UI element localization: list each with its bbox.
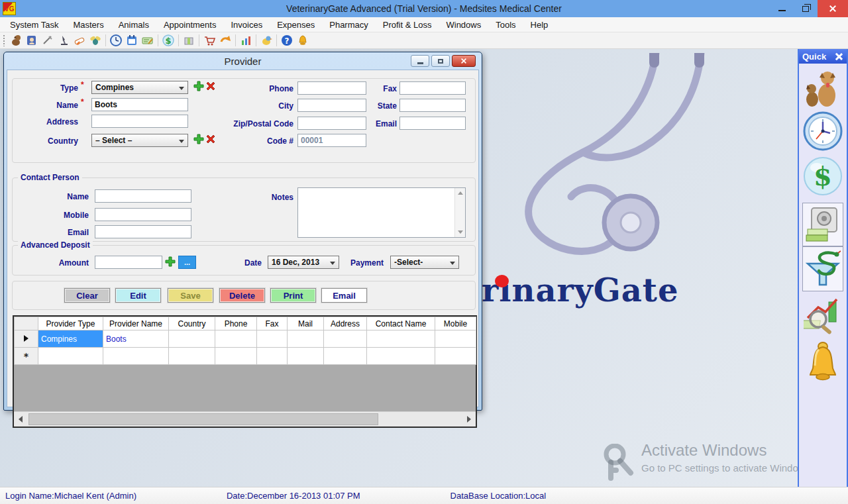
cell-fax[interactable] bbox=[257, 330, 288, 348]
notes-scrollbar[interactable] bbox=[454, 188, 465, 237]
column-fax[interactable]: Fax bbox=[257, 317, 288, 330]
clear-button[interactable]: Clear bbox=[64, 288, 110, 303]
cash-safe-icon[interactable] bbox=[802, 203, 843, 246]
delete-button[interactable]: Delete bbox=[219, 288, 265, 303]
shopping-cart-icon[interactable] bbox=[201, 33, 217, 48]
cell-address[interactable] bbox=[324, 330, 367, 348]
column-contact-name[interactable]: Contact Name bbox=[367, 317, 435, 330]
address-input[interactable] bbox=[91, 115, 188, 128]
cell-contact-name[interactable] bbox=[367, 330, 435, 348]
scroll-left-button[interactable] bbox=[14, 412, 27, 427]
help-icon[interactable]: ? bbox=[279, 33, 295, 48]
name-input[interactable] bbox=[91, 98, 188, 111]
cell-contact-name[interactable] bbox=[367, 348, 435, 365]
clock-icon[interactable] bbox=[803, 111, 843, 151]
menu-windows[interactable]: Windows bbox=[439, 17, 488, 32]
grid-horizontal-scrollbar[interactable] bbox=[14, 411, 476, 427]
clock-icon[interactable] bbox=[108, 33, 124, 48]
cell-phone[interactable] bbox=[215, 348, 257, 365]
package-icon[interactable] bbox=[181, 33, 197, 48]
calendar-icon[interactable] bbox=[124, 33, 140, 48]
menu-profit-loss[interactable]: Profit & Loss bbox=[376, 17, 439, 32]
contact-name-input[interactable] bbox=[95, 189, 191, 203]
quick-panel-close-icon[interactable] bbox=[834, 52, 843, 61]
cell-mail[interactable] bbox=[288, 348, 324, 365]
menu-expenses[interactable]: Expenses bbox=[270, 17, 322, 32]
medicine-capsule-icon[interactable] bbox=[72, 33, 87, 48]
cell-mail[interactable] bbox=[288, 330, 324, 348]
phone-input[interactable] bbox=[297, 81, 366, 95]
menu-pharmacy[interactable]: Pharmacy bbox=[322, 17, 376, 32]
grooming-tool-icon[interactable] bbox=[40, 33, 56, 48]
clients-book-icon[interactable] bbox=[24, 33, 40, 48]
close-button[interactable] bbox=[818, 0, 848, 17]
notes-textarea[interactable] bbox=[297, 187, 466, 238]
edit-button[interactable]: Edit bbox=[115, 288, 161, 303]
column-mobile[interactable]: Mobile bbox=[435, 317, 476, 330]
cell-provider-type[interactable] bbox=[38, 348, 103, 365]
contact-mobile-input[interactable] bbox=[95, 208, 191, 221]
dog-icon[interactable] bbox=[8, 33, 24, 48]
menu-appointments[interactable]: Appointments bbox=[156, 17, 224, 32]
cell-fax[interactable] bbox=[257, 348, 288, 365]
column-provider-type[interactable]: Provider Type bbox=[38, 317, 103, 330]
save-button[interactable]: Save bbox=[168, 288, 213, 303]
column-country[interactable]: Country bbox=[169, 317, 215, 330]
menu-invoices[interactable]: Invoices bbox=[223, 17, 270, 32]
city-input[interactable] bbox=[297, 99, 366, 112]
microscope-icon[interactable] bbox=[56, 33, 72, 48]
contact-email-input[interactable] bbox=[95, 225, 191, 238]
dialog-minimize-button[interactable] bbox=[411, 55, 429, 67]
scroll-right-button[interactable] bbox=[462, 412, 476, 427]
bird-icon[interactable] bbox=[258, 33, 274, 48]
add-amount-icon[interactable] bbox=[165, 256, 176, 267]
cell-provider-type[interactable]: Compines bbox=[38, 330, 103, 348]
cell-country[interactable] bbox=[169, 330, 215, 348]
payment-check-icon[interactable] bbox=[140, 33, 156, 48]
menu-system-task[interactable]: System Task bbox=[3, 17, 66, 32]
cell-mobile[interactable] bbox=[435, 330, 476, 348]
column-mail[interactable]: Mail bbox=[288, 317, 324, 330]
column-address[interactable]: Address bbox=[324, 317, 367, 330]
provider-dialog-titlebar[interactable]: Provider bbox=[5, 52, 481, 70]
restore-button[interactable] bbox=[794, 0, 818, 17]
toolbar-grip[interactable] bbox=[3, 34, 5, 46]
column-phone[interactable]: Phone bbox=[215, 317, 257, 330]
delete-type-icon[interactable] bbox=[205, 81, 216, 91]
scrollbar-thumb[interactable] bbox=[28, 413, 378, 425]
cell-mobile[interactable] bbox=[435, 348, 476, 365]
delete-country-icon[interactable] bbox=[205, 134, 216, 144]
column-provider-name[interactable]: Provider Name bbox=[103, 317, 169, 330]
menu-animals[interactable]: Animals bbox=[111, 17, 156, 32]
pets-icon[interactable] bbox=[804, 69, 841, 109]
add-type-icon[interactable] bbox=[193, 81, 204, 91]
bell-icon[interactable] bbox=[295, 33, 311, 48]
dialog-maximize-button[interactable] bbox=[431, 55, 450, 67]
cell-country[interactable] bbox=[169, 348, 215, 365]
code-input[interactable] bbox=[297, 134, 366, 147]
insect-icon[interactable] bbox=[87, 33, 103, 48]
minimize-button[interactable] bbox=[770, 0, 794, 17]
print-button[interactable]: Print bbox=[270, 288, 316, 303]
email-button[interactable]: Email bbox=[321, 288, 367, 303]
reports-search-icon[interactable] bbox=[804, 295, 842, 335]
menu-help[interactable]: Help bbox=[523, 17, 556, 32]
pharmacy-icon[interactable] bbox=[802, 246, 843, 291]
country-dropdown[interactable]: – Select – bbox=[91, 134, 188, 147]
undo-arrow-icon[interactable] bbox=[217, 33, 233, 48]
new-row-marker[interactable]: * bbox=[15, 348, 38, 365]
cell-provider-name[interactable]: Boots bbox=[103, 330, 169, 348]
fax-input[interactable] bbox=[399, 81, 466, 95]
reminder-bell-icon[interactable] bbox=[806, 340, 840, 381]
cell-provider-name[interactable] bbox=[103, 348, 169, 365]
current-row-marker[interactable] bbox=[15, 330, 38, 348]
cell-address[interactable] bbox=[324, 348, 367, 365]
menu-masters[interactable]: Masters bbox=[66, 17, 111, 32]
state-input[interactable] bbox=[399, 99, 466, 112]
money-dollar-icon[interactable]: $ bbox=[803, 156, 843, 196]
dialog-close-button[interactable] bbox=[452, 55, 476, 67]
email-input[interactable] bbox=[399, 117, 466, 130]
amount-input[interactable] bbox=[95, 256, 162, 269]
dollar-coin-icon[interactable]: $ bbox=[160, 33, 176, 48]
statistics-chart-icon[interactable] bbox=[238, 33, 254, 48]
